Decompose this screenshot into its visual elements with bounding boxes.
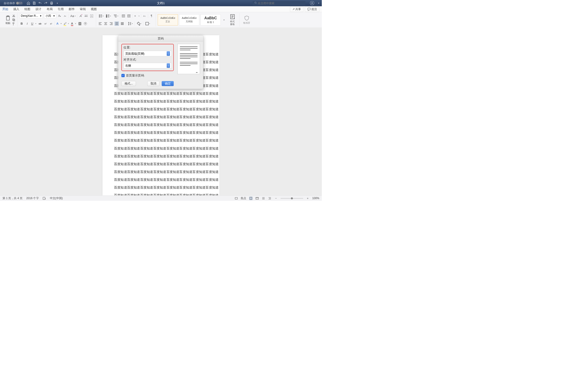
outline-view-icon[interactable] (262, 197, 265, 200)
font-size-select[interactable]: 小四▾ (44, 14, 56, 18)
tab-view[interactable]: 视图 (91, 6, 97, 12)
zoom-in-icon[interactable]: + (306, 197, 309, 200)
cancel-button[interactable]: 取消 (147, 81, 160, 86)
body-line: 百度知道百度知道百度知道百度知道百度知道百度知道百度知道百度知道 (114, 168, 208, 176)
show-marks-icon[interactable]: ¶ (149, 14, 154, 18)
tab-insert[interactable]: 插入 (13, 6, 19, 12)
print-layout-icon[interactable] (249, 197, 253, 200)
svg-rect-19 (43, 197, 45, 199)
ok-button[interactable]: 确定 (162, 81, 174, 86)
tab-design[interactable]: 设计 (35, 6, 41, 12)
asian-layout-icon[interactable]: ✕▾ (134, 14, 140, 18)
body-line: 百度知道百度知道百度知道百度知道百度知道百度知道百度知道百度知道 (114, 129, 208, 136)
zoom-out-icon[interactable]: − (274, 197, 278, 200)
language-indicator[interactable]: 中文(中国) (50, 196, 63, 200)
bullets-icon[interactable]: ▾ (98, 14, 104, 18)
body-line: 百度知道百度知道百度知道百度知道百度知道百度知道百度知道百度知道 (114, 121, 208, 129)
increase-indent-icon[interactable] (127, 14, 131, 18)
position-label: 位置: (123, 45, 171, 50)
format-button[interactable]: 格式... (121, 81, 136, 86)
alignment-select[interactable]: 右侧 ▴▾ (123, 63, 171, 68)
clear-formatting-icon[interactable]: A✕ (79, 14, 83, 18)
borders-icon[interactable]: ▾ (144, 22, 150, 26)
highlighted-region: 位置: 页面底端(页脚) ▴▾ 对齐方式: 右侧 ▴▾ (121, 44, 174, 71)
shading-icon[interactable]: ▾ (136, 22, 142, 26)
subscript-icon[interactable]: x2 (43, 22, 48, 26)
redo-icon[interactable] (44, 1, 48, 5)
first-page-checkbox[interactable]: ✓ 首页显示页码 (121, 74, 174, 78)
tab-review[interactable]: 审阅 (80, 6, 86, 12)
draft-view-icon[interactable] (268, 197, 272, 200)
zoom-slider[interactable] (281, 198, 303, 199)
style-heading-1[interactable]: AaBbC 标题 1 (200, 14, 221, 25)
sensitivity-button[interactable]: 敏感度 (242, 15, 252, 24)
body-line: 百度知道百度知道百度知道百度知道百度知道百度知道百度知道百度知道 (114, 113, 208, 121)
text-effects-icon[interactable]: A▾ (56, 22, 62, 26)
strikethrough-icon[interactable]: ab (38, 22, 42, 26)
decrease-indent-icon[interactable] (121, 14, 126, 18)
enclose-characters-icon[interactable]: 字 (83, 22, 88, 26)
cut-icon[interactable] (12, 14, 15, 17)
copy-icon[interactable] (12, 18, 15, 21)
numbering-icon[interactable]: 123▾ (105, 14, 111, 18)
grow-font-icon[interactable]: A▴ (58, 14, 62, 18)
dialog-title: 页码 (118, 35, 203, 42)
style-no-spacing[interactable]: AaBbCcDdEe 无间隔 (179, 14, 199, 25)
word-count[interactable]: 2016 个字 (26, 196, 39, 200)
bold-icon[interactable]: B (19, 22, 24, 26)
body-line: 百度知道百度知道百度知道百度知道百度知道百度知道百度知道百度知道 (114, 97, 208, 105)
ribbon-collapse-icon[interactable]: ▾ (318, 2, 319, 5)
search-input[interactable] (258, 2, 304, 5)
align-justify-icon[interactable] (115, 22, 119, 26)
tab-home[interactable]: 开始 (2, 6, 8, 12)
align-right-icon[interactable] (109, 22, 114, 26)
spellcheck-icon[interactable] (43, 197, 46, 200)
align-center-icon[interactable] (103, 22, 108, 26)
style-normal[interactable]: AaBbCcDdEe 正文 (158, 14, 178, 25)
tab-references[interactable]: 引用 (58, 6, 64, 12)
underline-icon[interactable]: U▾ (31, 22, 36, 26)
character-border-icon[interactable]: A (90, 14, 94, 18)
change-case-icon[interactable]: Aa▾ (70, 14, 76, 18)
align-distribute-icon[interactable] (120, 22, 125, 26)
autosave-label: 自动保存 (4, 1, 15, 5)
font-family-select[interactable]: DengXian R...▾ (19, 14, 43, 18)
autosave-toggle[interactable]: 关闭 (16, 2, 23, 5)
save-icon[interactable] (32, 1, 36, 5)
align-left-icon[interactable] (98, 22, 102, 26)
italic-icon[interactable]: I (25, 22, 29, 26)
format-painter-icon[interactable] (12, 22, 15, 25)
styles-pane-button[interactable]: 样式 窗格 (228, 14, 238, 26)
share-button[interactable]: ↗共享 (290, 6, 303, 12)
highlight-icon[interactable]: 🖊▾ (63, 22, 69, 26)
checkbox-checked-icon: ✓ (121, 74, 125, 77)
tab-layout[interactable]: 布局 (47, 6, 53, 12)
home-icon[interactable] (27, 1, 30, 5)
multilevel-list-icon[interactable]: ▾ (113, 14, 119, 18)
phonetic-guide-icon[interactable]: abc (84, 14, 88, 18)
sort-icon[interactable]: A↓ (143, 14, 147, 18)
comments-button[interactable]: 💬批注 (305, 6, 319, 12)
user-icon[interactable] (310, 1, 315, 5)
qat-dropdown-icon[interactable]: ▾ (56, 1, 59, 5)
ribbon: 粘贴 DengXian R...▾ 小四▾ A▴ A▾ Aa▾ A✕ abc A… (0, 12, 322, 28)
undo-icon[interactable] (38, 1, 42, 5)
page-indicator[interactable]: 第 1 页，共 4 页 (2, 196, 23, 200)
tab-draw[interactable]: 绘图 (24, 6, 30, 12)
document-title: 文档1 (157, 1, 165, 5)
search-box[interactable] (253, 1, 306, 5)
character-shading-icon[interactable]: A (78, 22, 82, 26)
comment-icon: 💬 (307, 8, 311, 11)
tab-mailings[interactable]: 邮件 (69, 6, 75, 12)
paste-icon[interactable] (5, 15, 11, 21)
position-select[interactable]: 页面底端(页脚) ▴▾ (123, 51, 171, 56)
print-icon[interactable] (50, 1, 53, 5)
zoom-level[interactable]: 100% (312, 197, 319, 200)
shrink-font-icon[interactable]: A▾ (63, 14, 67, 18)
font-color-icon[interactable]: A▾ (70, 22, 76, 26)
focus-mode-icon[interactable] (234, 197, 238, 200)
line-spacing-icon[interactable]: ▾ (127, 22, 133, 26)
superscript-icon[interactable]: x2 (49, 22, 53, 26)
web-layout-icon[interactable] (255, 197, 259, 200)
styles-more-icon[interactable]: ▸ (222, 18, 226, 22)
